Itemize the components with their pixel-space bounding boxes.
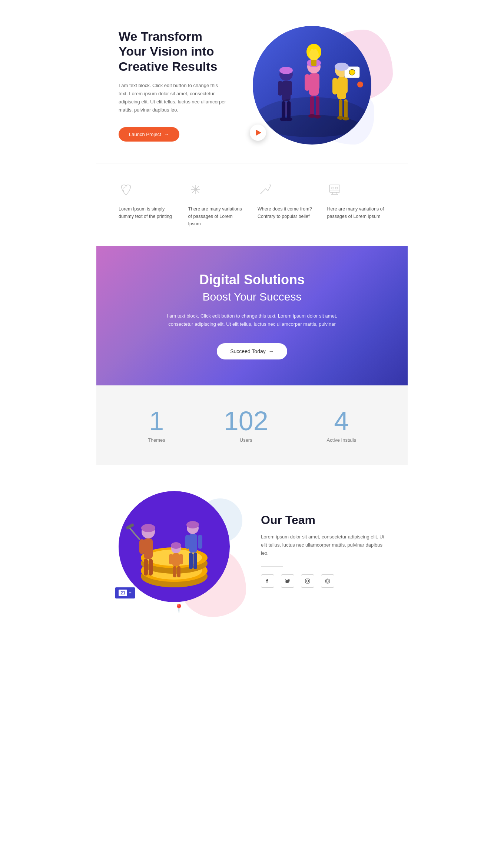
hero-illustration xyxy=(253,26,371,145)
stat-label-themes: Themes xyxy=(148,437,165,443)
social-instagram-button[interactable] xyxy=(301,574,314,588)
team-badge: 21 ≡ xyxy=(115,587,135,598)
svg-point-30 xyxy=(308,114,316,118)
feature-item-3: Where does it come from? Contrary to pop… xyxy=(258,182,316,228)
team-content: Our Team Lorem ipsum dolor sit amet, con… xyxy=(261,513,385,588)
svg-point-33 xyxy=(342,117,349,120)
svg-rect-63 xyxy=(179,554,183,564)
svg-rect-18 xyxy=(342,77,348,94)
svg-point-52 xyxy=(141,524,155,532)
svg-point-7 xyxy=(279,67,293,74)
social-icons xyxy=(261,574,385,588)
svg-rect-56 xyxy=(185,535,190,549)
svg-point-32 xyxy=(337,116,344,120)
svg-rect-23 xyxy=(287,101,291,120)
hero-text-block: We Transform Your Vision into Creative R… xyxy=(119,29,239,142)
svg-rect-54 xyxy=(189,534,197,553)
feature-item-4: Here are many variations of passages of … xyxy=(327,182,386,228)
svg-point-31 xyxy=(315,115,321,119)
svg-rect-35 xyxy=(329,185,340,192)
feature-item-1: Lorem Ipsum is simply dummy text of the … xyxy=(119,182,177,228)
svg-rect-22 xyxy=(282,101,285,120)
feature-item-2: There are many variations of passages of… xyxy=(188,182,247,228)
svg-point-0 xyxy=(264,115,360,137)
play-button[interactable] xyxy=(250,125,266,141)
svg-rect-5 xyxy=(282,101,287,116)
launch-project-button[interactable]: Launch Project → xyxy=(119,127,179,142)
svg-rect-25 xyxy=(316,96,319,116)
svg-rect-3 xyxy=(278,81,282,96)
svg-rect-65 xyxy=(177,566,180,577)
hero-circle xyxy=(253,26,371,145)
digital-description: I am text block. Click edit button to ch… xyxy=(159,312,345,328)
svg-rect-55 xyxy=(198,535,202,549)
instagram-icon xyxy=(305,578,310,584)
feature-text-1: Lorem Ipsum is simply dummy text of the … xyxy=(119,205,177,220)
badge-number: 21 xyxy=(119,590,127,596)
svg-point-29 xyxy=(285,117,292,121)
svg-rect-67 xyxy=(305,579,310,583)
team-circle: $ xyxy=(119,491,230,602)
stat-users: 102 Users xyxy=(224,408,268,443)
svg-rect-61 xyxy=(172,553,180,566)
stat-themes: 1 Themes xyxy=(148,408,165,443)
svg-rect-11 xyxy=(314,73,319,90)
svg-point-20 xyxy=(349,69,355,75)
svg-point-59 xyxy=(186,521,199,528)
twitter-icon xyxy=(285,579,290,583)
svg-point-34 xyxy=(195,188,197,190)
succeed-today-button[interactable]: Succeed Today → xyxy=(217,343,287,359)
svg-rect-58 xyxy=(193,553,197,569)
stat-number-installs: 4 xyxy=(327,408,356,434)
team-title: Our Team xyxy=(261,513,385,527)
social-whatsapp-button[interactable] xyxy=(321,574,334,588)
feature-icon-4 xyxy=(327,182,386,200)
feature-icon-3 xyxy=(258,182,316,200)
svg-rect-26 xyxy=(339,99,342,118)
svg-rect-24 xyxy=(310,96,314,116)
svg-point-66 xyxy=(171,542,181,549)
features-section: Lorem Ipsum is simply dummy text of the … xyxy=(96,163,408,246)
team-divider xyxy=(261,566,283,567)
svg-point-21 xyxy=(335,63,349,71)
svg-rect-57 xyxy=(189,553,193,569)
feature-text-4: Here are many variations of passages of … xyxy=(327,205,386,220)
svg-rect-27 xyxy=(344,99,348,120)
digital-solutions-section: Digital Solutions Boost Your Success I a… xyxy=(96,246,408,385)
svg-rect-37 xyxy=(335,187,338,189)
svg-point-68 xyxy=(306,580,309,582)
hero-visual xyxy=(239,22,385,148)
feature-text-2: There are many variations of passages of… xyxy=(188,205,247,228)
social-facebook-button[interactable] xyxy=(261,574,274,588)
team-section: $ xyxy=(96,465,408,636)
stat-active-installs: 4 Active Installs xyxy=(327,408,356,443)
digital-title: Digital Solutions xyxy=(119,272,385,288)
feature-icon-2 xyxy=(188,182,247,200)
svg-rect-10 xyxy=(305,74,310,91)
svg-rect-17 xyxy=(332,78,338,94)
svg-rect-36 xyxy=(332,187,334,189)
svg-rect-46 xyxy=(144,538,153,559)
digital-subtitle: Boost Your Success xyxy=(119,291,385,303)
feature-text-3: Where does it come from? Contrary to pop… xyxy=(258,205,316,220)
team-description: Lorem ipsum dolor sit amet, consectetur … xyxy=(261,533,385,557)
stat-label-installs: Active Installs xyxy=(327,437,356,443)
stat-number-themes: 1 xyxy=(148,408,165,434)
svg-rect-6 xyxy=(287,101,291,116)
svg-point-69 xyxy=(309,580,309,580)
svg-rect-62 xyxy=(169,554,173,564)
hero-description: I am text block. Click edit button to ch… xyxy=(119,82,228,114)
whatsapp-icon xyxy=(325,578,330,584)
social-twitter-button[interactable] xyxy=(281,574,294,588)
hero-section: We Transform Your Vision into Creative R… xyxy=(96,0,408,163)
map-pin-icon: 📍 xyxy=(174,604,184,613)
stat-number-users: 102 xyxy=(224,408,268,434)
team-visual: $ xyxy=(119,491,239,610)
svg-rect-4 xyxy=(288,81,292,96)
svg-rect-47 xyxy=(139,539,145,554)
svg-rect-64 xyxy=(173,566,176,577)
feature-icon-1 xyxy=(119,182,177,200)
svg-line-48 xyxy=(130,528,139,539)
stats-section: 1 Themes 102 Users 4 Active Installs xyxy=(96,385,408,465)
facebook-icon xyxy=(265,578,270,584)
